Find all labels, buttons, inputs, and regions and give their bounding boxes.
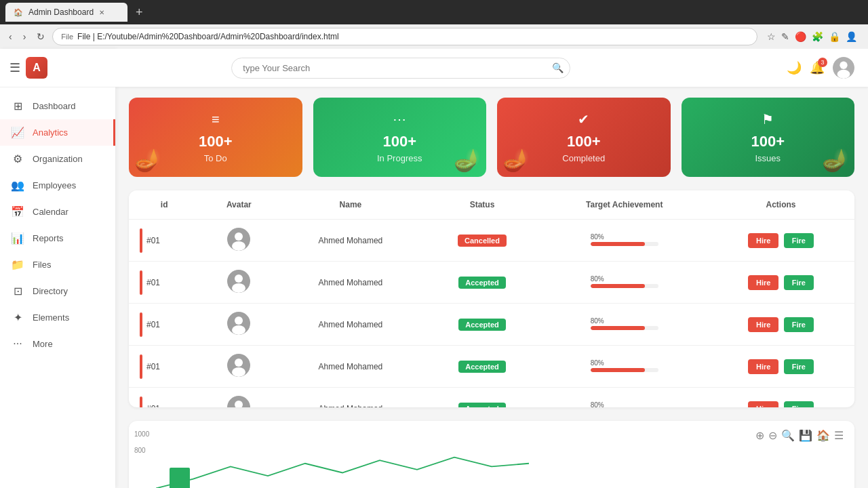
sidebar-item-directory[interactable]: ⊡ Directory [0,278,115,304]
chart-zoom-in-icon[interactable]: ⊕ [755,429,764,442]
sidebar-item-calendar[interactable]: 📅 Calendar [0,199,115,225]
table-row: #01 Ahmed Mohamed Accepted 80% [129,262,854,304]
stat-card-inprogress: ⋯ 100+ In Progress 🪔 [313,98,487,177]
status-badge: Accepted [458,403,506,408]
forward-button[interactable]: › [20,30,30,43]
sidebar-label-elements: Elements [33,312,69,323]
progress-container: 80% [591,359,658,372]
hire-button[interactable]: Hire [748,359,778,374]
url-bar[interactable]: File File | E:/Youtube/Admin%20Dashboard… [52,28,757,45]
main-content: 🔍 🌙 🔔 3 [115,49,868,488]
stat-card-completed: ✔ 100+ Completed 🪔 [497,98,671,177]
avatar-image [833,57,854,79]
sidebar-item-elements[interactable]: ✦ Elements [0,304,115,331]
issues-deco-right: 🪔 [822,147,849,173]
star-icon[interactable]: ☆ [767,31,776,42]
url-protocol: File [61,33,73,41]
col-target: Target Achievement [541,190,707,220]
close-tab-icon[interactable]: ✕ [99,9,104,16]
chart-y-label-1000: 1000 [134,430,149,438]
search-button[interactable]: 🔍 [552,62,564,73]
todo-deco-left: 🪔 [134,147,161,173]
hire-button[interactable]: Hire [748,233,778,248]
new-tab-button[interactable]: + [130,5,149,20]
progress-label: 80% [591,317,658,325]
sidebar-item-dashboard[interactable]: ⊞ Dashboard [0,93,115,119]
progress-bar-bg [591,242,658,246]
fire-button[interactable]: Fire [784,275,814,290]
hire-button[interactable]: Hire [748,275,778,290]
ext-icon1[interactable]: 🔴 [795,31,806,42]
user-icon[interactable]: 👤 [846,31,857,42]
cell-target: 80% [541,388,707,408]
organization-icon: ⚙ [11,152,24,165]
cell-name: Ahmed Mohamed [278,388,422,408]
row-name: Ahmed Mohamed [319,404,383,408]
theme-toggle-icon[interactable]: 🌙 [787,60,802,75]
sidebar-item-more[interactable]: ··· More [0,331,115,357]
hire-button[interactable]: Hire [748,317,778,332]
chart-zoom-out-icon[interactable]: ⊖ [768,429,777,442]
completed-label: Completed [562,153,605,163]
inprogress-card-icon: ⋯ [393,111,406,127]
hire-button[interactable]: Hire [748,401,778,408]
back-button[interactable]: ‹ [5,30,16,43]
chart-menu-icon[interactable]: ☰ [834,429,844,442]
active-tab[interactable]: 🏠 Admin Dashboard ✕ [5,3,127,22]
issues-count: 100+ [751,133,785,150]
sidebar-item-employees[interactable]: 👥 Employees [0,172,115,199]
chart-search-icon[interactable]: 🔍 [781,429,795,442]
cell-status: Accepted [423,304,542,346]
user-avatar[interactable] [833,57,854,79]
fire-button[interactable]: Fire [784,317,814,332]
row-avatar-image [227,354,250,377]
progress-bar-fill [591,326,645,330]
sidebar-item-reports[interactable]: 📊 Reports [0,225,115,251]
cell-avatar [199,346,278,388]
content-area: ≡ 100+ To Do 🪔 ⋯ 100+ In Progress 🪔 ✔ 10… [115,87,868,488]
cell-actions: Hire Fire [707,304,854,346]
fire-button[interactable]: Fire [784,359,814,374]
fire-button[interactable]: Fire [784,233,814,248]
col-status: Status [423,190,542,220]
svg-point-4 [235,232,243,241]
cell-status: Accepted [423,346,542,388]
svg-point-11 [232,325,245,335]
search-box: 🔍 [231,58,570,79]
cell-id: #01 [129,220,199,262]
chart-home-icon[interactable]: 🏠 [816,429,830,442]
cell-actions: Hire Fire [707,388,854,408]
svg-point-8 [232,283,245,293]
progress-bar-fill [591,284,645,288]
sidebar-label-calendar: Calendar [33,207,68,217]
status-badge: Accepted [458,319,506,331]
reports-icon: 📊 [11,232,24,245]
sidebar-label-directory: Directory [33,286,68,296]
chart-line [156,454,529,488]
col-id: id [129,190,199,220]
search-input[interactable] [231,58,570,79]
edit-icon[interactable]: ✎ [781,31,789,42]
chart-y-label-800: 800 [134,447,146,454]
row-id-value: #01 [146,362,160,371]
sidebar-label-employees: Employees [33,180,76,190]
cell-name: Ahmed Mohamed [278,220,422,262]
notification-button[interactable]: 🔔 3 [810,60,825,75]
ext-icon2[interactable]: 🧩 [812,31,823,42]
hamburger-icon[interactable]: ☰ [9,60,20,75]
sidebar-item-files[interactable]: 📁 Files [0,251,115,278]
fire-button[interactable]: Fire [784,401,814,408]
sidebar-label-files: Files [33,260,51,270]
sidebar-item-analytics[interactable]: 📈 Analytics [0,119,115,146]
sidebar-item-organization[interactable]: ⚙ Organization [0,146,115,172]
row-id-value: #01 [146,236,160,245]
col-actions: Actions [707,190,854,220]
elements-icon: ✦ [11,311,24,324]
chart-save-icon[interactable]: 💾 [799,429,812,442]
ext-icon3[interactable]: 🔒 [829,31,840,42]
progress-label: 80% [591,359,658,367]
row-avatar-image [227,396,250,407]
issues-label: Issues [755,153,781,163]
progress-label: 80% [591,233,658,241]
reload-button[interactable]: ↻ [33,30,48,43]
